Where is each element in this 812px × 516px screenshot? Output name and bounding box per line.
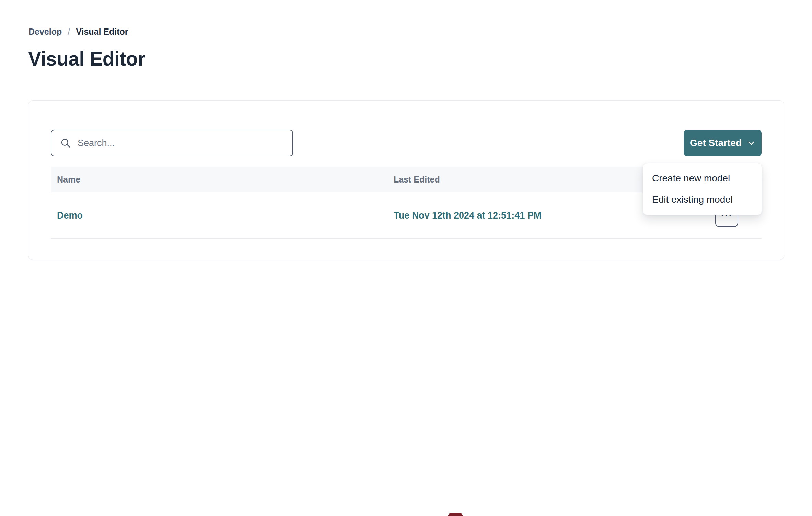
search-box[interactable] <box>51 130 293 156</box>
breadcrumb: Develop / Visual Editor <box>28 27 128 37</box>
column-header-name: Name <box>51 175 387 185</box>
search-icon <box>60 137 71 149</box>
search-input[interactable] <box>78 138 284 149</box>
bottom-edge-artifact <box>448 513 463 516</box>
menu-item-edit-existing-model[interactable]: Edit existing model <box>643 189 762 210</box>
breadcrumb-separator: / <box>68 27 70 37</box>
toolbar: Get Started <box>51 130 762 156</box>
get-started-dropdown-menu: Create new model Edit existing model <box>643 163 762 215</box>
breadcrumb-visual-editor: Visual Editor <box>76 27 128 37</box>
get-started-button[interactable]: Get Started <box>684 130 762 156</box>
page-title: Visual Editor <box>28 47 145 70</box>
breadcrumb-develop[interactable]: Develop <box>28 27 62 37</box>
last-edited-value: Tue Nov 12th 2024 at 12:51:41 PM <box>394 210 541 221</box>
menu-item-create-new-model[interactable]: Create new model <box>643 168 762 189</box>
get-started-label: Get Started <box>690 138 742 149</box>
model-link-demo[interactable]: Demo <box>57 210 83 221</box>
name-cell: Demo <box>51 210 387 221</box>
chevron-down-icon <box>747 139 755 147</box>
